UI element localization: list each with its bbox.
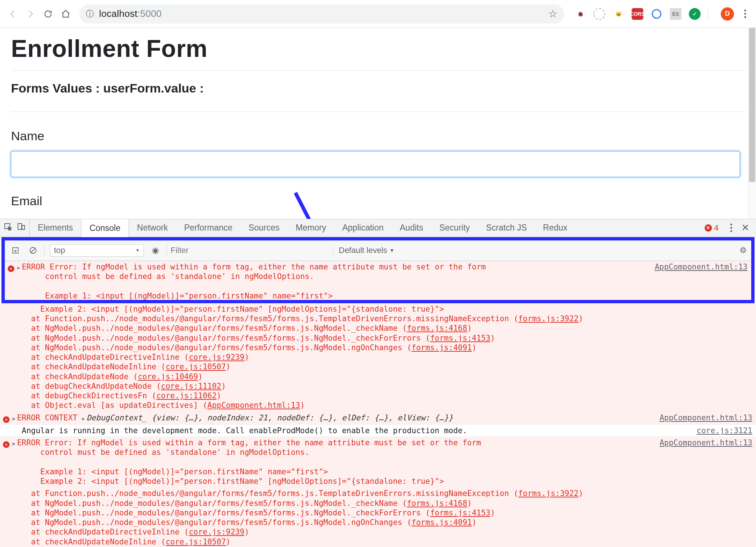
device-toggle-icon[interactable] (17, 222, 26, 233)
error-source-link[interactable]: AppComponent.html:13 (650, 262, 748, 300)
clear-console-button[interactable] (27, 244, 39, 257)
email-label: Email (11, 194, 745, 208)
log-levels-select[interactable]: Default levels▼ (333, 246, 395, 255)
devtools-tab-performance[interactable]: Performance (176, 219, 241, 237)
devtools-tab-elements[interactable]: Elements (30, 219, 81, 237)
console-error-continuation: Example 2: <input [(ngModel)]="person.fi… (0, 303, 756, 412)
address-bar[interactable]: ⓘ localhost:5000 ☆ (79, 4, 564, 23)
console-output[interactable]: Example 2: <input [(ngModel)]="person.fi… (0, 303, 756, 547)
console-error-context-row[interactable]: ✕ ▶ERROR CONTEXT ▶DebugContext_ {view: {… (0, 412, 756, 425)
avatar[interactable]: D (721, 7, 734, 21)
devtools-tab-console[interactable]: Console (81, 219, 129, 237)
inspect-element-icon[interactable] (4, 222, 12, 233)
ext-blue-icon[interactable] (651, 8, 662, 20)
svg-point-0 (652, 10, 661, 18)
devtools-tab-security[interactable]: Security (431, 219, 478, 237)
ext-octocat-icon[interactable]: 🐱 (613, 8, 624, 20)
disclosure-triangle-icon[interactable]: ▶ (12, 441, 15, 447)
devtools-tab-scratch-js[interactable]: Scratch JS (478, 219, 535, 237)
log-source-link[interactable]: core.js:3121 (691, 426, 752, 435)
avatar-letter: D (725, 10, 730, 18)
devtools-tab-redux[interactable]: Redux (535, 219, 575, 237)
error-context-message: ▶ERROR CONTEXT ▶DebugContext_ {view: {…}… (12, 413, 654, 423)
name-input[interactable] (11, 151, 740, 177)
section-divider (11, 112, 745, 112)
toolbar-divider (708, 7, 708, 21)
devtools-tab-bar: ElementsConsoleNetworkPerformanceSources… (0, 219, 756, 237)
error-message: ▶ERROR Error: If ngModel is used within … (12, 438, 654, 486)
devtools-tab-network[interactable]: Network (129, 219, 176, 237)
nav-forward-button[interactable] (23, 7, 37, 21)
name-label: Name (11, 129, 745, 143)
ext-green-icon[interactable]: ✓ (689, 8, 701, 20)
bookmark-star-icon[interactable]: ☆ (548, 8, 557, 20)
error-icon: ✕ (3, 416, 10, 423)
title-divider (11, 70, 745, 71)
disclosure-triangle-icon[interactable]: ▶ (82, 416, 85, 422)
error-icon: ✕ (3, 441, 10, 448)
nav-back-button[interactable] (6, 7, 20, 21)
error-count-badge[interactable]: ✕4 (705, 223, 719, 233)
page-scrollbar[interactable] (748, 28, 756, 219)
devtools-tab-audits[interactable]: Audits (392, 219, 431, 237)
devtools-tab-memory[interactable]: Memory (288, 219, 334, 237)
error-icon: ✕ (8, 265, 14, 272)
page-content: Enrollment Form Forms Values : userForm.… (0, 28, 756, 208)
devtools-close-button[interactable]: ✕ (741, 222, 749, 233)
svg-rect-3 (18, 224, 22, 229)
browser-toolbar: ⓘ localhost:5000 ☆ 🐞 🐱 CORS ES ✓ D (0, 0, 756, 28)
error-stack: Example 2: <input [(ngModel)]="person.fi… (12, 304, 747, 410)
ext-ladybug-icon[interactable]: 🐞 (574, 8, 586, 20)
devtools-panel: ElementsConsoleNetworkPerformanceSources… (0, 219, 756, 547)
home-button[interactable] (59, 7, 73, 21)
svg-rect-4 (22, 225, 25, 229)
log-message: Angular is running in the development mo… (12, 426, 691, 435)
console-sidebar-toggle[interactable] (9, 244, 22, 257)
page-title: Enrollment Form (11, 35, 745, 62)
browser-menu-button[interactable] (740, 9, 750, 19)
error-source-link[interactable]: AppComponent.html:13 (654, 438, 752, 486)
error-stack: at Function.push../node_modules/@angular… (12, 489, 747, 547)
disclosure-triangle-icon[interactable]: ▶ (12, 416, 15, 422)
console-error-row[interactable]: ✕ ▶ERROR Error: If ngModel is used withi… (5, 261, 751, 300)
ext-cors-icon[interactable]: CORS (632, 8, 643, 20)
annotation-highlight-box: top▼ ◉ Default levels▼ ⚙ ✕ ▶ERROR Error:… (1, 237, 755, 303)
url-text: localhost:5000 (99, 8, 162, 19)
console-settings-icon[interactable]: ⚙ (739, 246, 747, 255)
error-source-link[interactable]: AppComponent.html:13 (654, 413, 752, 423)
console-filter-input[interactable] (167, 244, 328, 257)
forms-values-label: Forms Values : userForm.value : (11, 81, 745, 95)
extensions-tray: 🐞 🐱 CORS ES ✓ (571, 8, 701, 20)
devtools-tab-sources[interactable]: Sources (240, 219, 287, 237)
console-log-row[interactable]: Angular is running in the development mo… (0, 425, 756, 437)
devtools-tab-application[interactable]: Application (334, 219, 392, 237)
console-error-row[interactable]: ✕ ▶ERROR Error: If ngModel is used withi… (0, 437, 756, 488)
ext-circle-icon[interactable] (593, 8, 605, 20)
live-expression-button[interactable]: ◉ (149, 244, 161, 257)
error-message: ▶ERROR Error: If ngModel is used within … (17, 262, 650, 300)
site-info-icon[interactable]: ⓘ (86, 8, 94, 19)
context-selector[interactable]: top▼ (50, 244, 144, 257)
devtools-menu-button[interactable] (726, 223, 736, 233)
ext-es-icon[interactable]: ES (670, 8, 682, 20)
disclosure-triangle-icon[interactable]: ▶ (17, 265, 20, 271)
console-error-continuation: at Function.push../node_modules/@angular… (0, 488, 756, 547)
console-toolbar: top▼ ◉ Default levels▼ ⚙ (5, 240, 751, 261)
reload-button[interactable] (41, 7, 55, 21)
